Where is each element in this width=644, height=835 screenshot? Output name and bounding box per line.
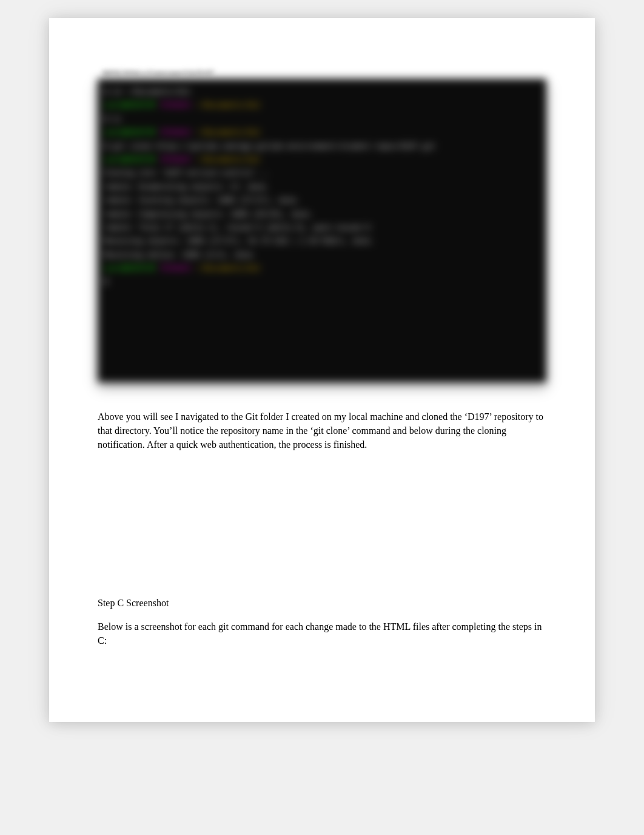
terminal-line: remote: Enumerating objects: 27, done. [104,181,540,194]
terminal-segment: $ cd ~/Documents/Git [104,88,191,96]
terminal-line: user@DESKTOP MINGW64 ~/Documents/Git [104,154,540,166]
terminal-line: user@DESKTOP MINGW64 ~/Documents/Git [104,263,540,275]
terminal-segment: MINGW64 [161,101,196,110]
terminal-segment: remote: Total 27 (delta 2), reused 0 (de… [104,224,370,232]
terminal-line: $ ls [104,113,540,126]
terminal-segment: $ ls [104,115,121,124]
terminal-title-bar: MINGW64:/c/Users/user/Git/D197 [98,67,546,79]
terminal-segment: MINGW64 [161,156,196,164]
terminal-line: $ git clone https://gitlab.com/wgu-gitla… [104,141,540,153]
step-c-body: Below is a screenshot for each git comma… [98,620,546,647]
terminal-segment: user@DESKTOP [104,101,161,110]
spacer [98,464,546,598]
document-page: MINGW64:/c/Users/user/Git/D197 $ cd ~/Do… [49,18,595,722]
terminal-body: $ cd ~/Documents/Gituser@DESKTOP MINGW64… [98,79,546,382]
terminal-screenshot: MINGW64:/c/Users/user/Git/D197 $ cd ~/Do… [98,67,546,382]
terminal-segment: Receiving objects: 100% (27/27), 54.76 K… [104,237,374,246]
terminal-segment: ~/Documents/Git [195,101,261,110]
terminal-segment: ~/Documents/Git [195,129,261,137]
terminal-segment: remote: Enumerating objects: 27, done. [104,183,270,192]
terminal-line: remote: Compressing objects: 100% (25/25… [104,209,540,221]
terminal-segment: remote: Counting objects: 100% (27/27), … [104,197,300,205]
terminal-segment: MINGW64 [161,265,196,273]
terminal-segment: $ [104,278,108,286]
terminal-line: user@DESKTOP MINGW64 ~/Documents/Git [104,100,540,112]
terminal-segment: remote: Compressing objects: 100% (25/25… [104,211,314,219]
terminal-line: remote: Counting objects: 100% (27/27), … [104,195,540,207]
terminal-line: remote: Total 27 (delta 2), reused 0 (de… [104,222,540,234]
terminal-line: $ [104,276,540,288]
terminal-line: Receiving objects: 100% (27/27), 54.76 K… [104,235,540,248]
terminal-segment: Resolving deltas: 100% (2/2), done. [104,251,257,260]
terminal-segment: MINGW64 [161,129,196,137]
terminal-segment: Cloning into 'd197-version-control'... [104,169,270,178]
terminal-line: Cloning into 'd197-version-control'... [104,167,540,180]
terminal-segment: $ git clone https://gitlab.com/wgu-gitla… [104,143,435,151]
terminal-line: $ cd ~/Documents/Git [104,86,540,98]
terminal-segment: user@DESKTOP [104,129,161,137]
terminal-line: user@DESKTOP MINGW64 ~/Documents/Git [104,127,540,139]
terminal-segment: ~/Documents/Git [195,156,261,164]
step-c-heading: Step C Screenshot [98,598,546,609]
terminal-segment: ~/Documents/Git [195,265,261,273]
paragraph-after-terminal: Above you will see I navigated to the Gi… [98,410,546,452]
terminal-segment: user@DESKTOP [104,156,161,164]
terminal-line: Resolving deltas: 100% (2/2), done. [104,249,540,262]
terminal-segment: user@DESKTOP [104,265,161,273]
